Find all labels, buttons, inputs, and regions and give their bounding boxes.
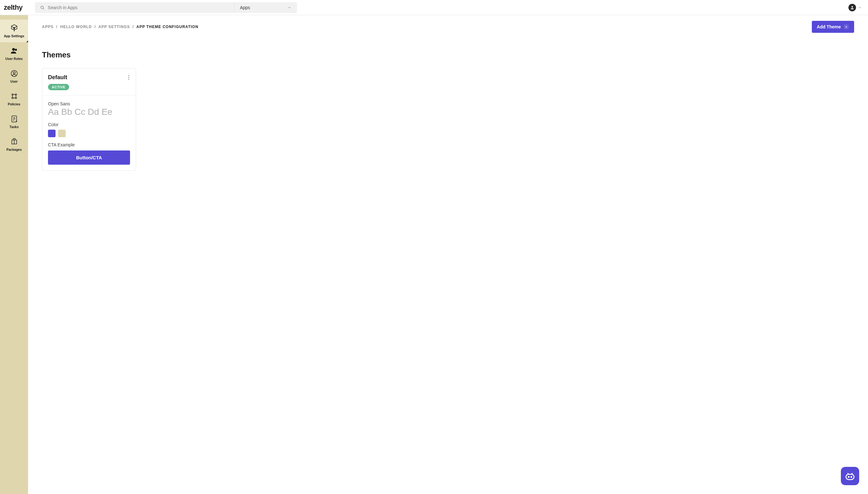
brand-logo: zelthy <box>4 3 22 12</box>
color-swatch-primary <box>48 130 56 137</box>
svg-point-14 <box>128 75 129 76</box>
svg-point-2 <box>852 6 853 7</box>
svg-point-10 <box>12 97 13 98</box>
glyph-sample: Aa Bb Cc Dd Ee <box>48 107 130 117</box>
svg-point-16 <box>128 79 129 79</box>
sidebar-item-user[interactable]: User <box>0 65 28 88</box>
svg-point-13 <box>846 26 847 28</box>
sidebar-item-label: App Settings <box>4 34 24 38</box>
breadcrumb-link[interactable]: APPS <box>42 25 54 29</box>
status-badge: ACTIVE <box>48 84 69 90</box>
packages-icon <box>10 137 18 146</box>
search-icon <box>40 5 44 10</box>
chat-fab[interactable] <box>841 467 859 485</box>
breadcrumb-link[interactable]: APP SETTINGS <box>98 25 130 29</box>
svg-point-11 <box>15 97 16 98</box>
color-swatch-secondary <box>58 130 66 137</box>
add-theme-label: Add Theme <box>817 24 841 29</box>
sidebar-item-label: Policies <box>8 102 20 106</box>
svg-point-18 <box>848 476 849 477</box>
sidebar-item-label: Tasks <box>10 125 19 129</box>
add-theme-button[interactable]: Add Theme <box>812 21 854 33</box>
sidebar-item-user-roles[interactable]: User Roles <box>0 42 28 65</box>
sidebar-item-label: Packages <box>6 148 21 151</box>
breadcrumb-link[interactable]: HELLO WORLD <box>60 25 92 29</box>
svg-point-4 <box>12 48 15 51</box>
svg-point-7 <box>13 72 15 74</box>
sidebar-item-label: User <box>11 79 18 83</box>
user-gear-icon <box>10 70 18 78</box>
theme-card: Default ACTIVE Open Sans Aa Bb Cc Dd Ee … <box>42 68 136 171</box>
breadcrumb-sep: / <box>56 25 57 29</box>
svg-point-8 <box>12 94 13 95</box>
card-menu-button[interactable] <box>128 74 130 82</box>
avatar-icon <box>848 4 856 11</box>
policies-icon <box>10 92 18 100</box>
search-input[interactable] <box>48 5 229 10</box>
svg-rect-17 <box>846 474 854 479</box>
tasks-icon <box>10 115 18 123</box>
cta-label: CTA Example <box>48 142 130 147</box>
sidebar-item-app-settings[interactable]: App Settings <box>0 20 28 42</box>
sidebar-item-policies[interactable]: Policies <box>0 88 28 110</box>
svg-point-19 <box>851 476 852 477</box>
users-icon <box>10 47 18 55</box>
theme-name: Default <box>48 74 69 81</box>
svg-point-0 <box>41 6 43 8</box>
user-menu[interactable] <box>848 4 862 11</box>
sidebar-item-tasks[interactable]: Tasks <box>0 110 28 133</box>
sidebar: App Settings User Roles User Policies Ta… <box>0 15 28 494</box>
page-title: Themes <box>42 51 854 59</box>
gear-cube-icon <box>10 24 18 32</box>
chevron-down-icon <box>858 6 862 10</box>
svg-point-5 <box>15 49 17 51</box>
sidebar-item-packages[interactable]: Packages <box>0 133 28 156</box>
breadcrumb-sep: / <box>94 25 96 29</box>
sidebar-item-label: User Roles <box>5 57 23 61</box>
chevron-down-icon <box>288 6 291 10</box>
search-filter-label: Apps <box>240 5 250 10</box>
gear-icon <box>843 24 849 30</box>
breadcrumb-sep: / <box>133 25 134 29</box>
search-container: Apps <box>35 2 297 13</box>
font-name: Open Sans <box>48 101 130 106</box>
svg-point-9 <box>15 94 16 95</box>
breadcrumb: APPS / HELLO WORLD / APP SETTINGS / APP … <box>42 25 199 29</box>
breadcrumb-current: APP THEME CONFIGURATION <box>136 25 199 29</box>
svg-line-1 <box>43 8 44 9</box>
cta-example-button[interactable]: Button/CTA <box>48 150 130 165</box>
bot-icon <box>845 471 855 481</box>
search-filter-dropdown[interactable]: Apps <box>234 2 297 13</box>
color-label: Color <box>48 122 130 127</box>
svg-point-15 <box>128 77 129 78</box>
more-vertical-icon <box>128 75 129 80</box>
